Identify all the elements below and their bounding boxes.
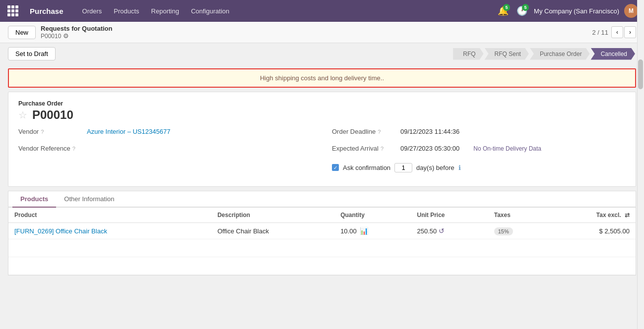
scroll-thumb[interactable] [638, 59, 643, 89]
subheader-left: New Requests for Quotation P00010 ⚙ [8, 25, 112, 40]
vendor-field: Vendor ? Azure Interior – US12345677 [18, 128, 312, 140]
empty-row-1 [8, 239, 636, 257]
ask-confirmation-checkbox[interactable] [332, 164, 339, 171]
vendor-label: Vendor ? [18, 128, 83, 135]
col-quantity: Quantity [334, 208, 411, 223]
notifications-button[interactable]: 🔔 5 [496, 4, 510, 18]
tabs-row: Products Other Information [8, 191, 636, 208]
order-deadline-field: Order Deadline ? 09/12/2023 11:44:36 [332, 128, 626, 140]
col-tax-excl: Tax excl. ⇄ [548, 208, 636, 223]
tax-badge[interactable]: 15% [494, 227, 513, 235]
activities-button[interactable]: 🕐 5 [515, 4, 529, 18]
app-grid-button[interactable] [6, 4, 20, 18]
breadcrumb-sub: P00010 ⚙ [41, 32, 112, 40]
notifications-badge: 5 [503, 4, 510, 11]
subheader: New Requests for Quotation P00010 ⚙ 2 / … [0, 22, 644, 43]
days-before-info-icon[interactable]: ℹ [458, 164, 461, 171]
form-right-column: Order Deadline ? 09/12/2023 11:44:36 Exp… [332, 128, 626, 178]
ask-confirmation-field: Ask confirmation 1 day(s) before ℹ [332, 162, 626, 173]
vendor-ref-field: Vendor Reference ? [18, 145, 312, 157]
warning-message: High shipping costs and long delivery ti… [260, 74, 384, 82]
status-pipeline: RFQ RFQ Sent Purchase Order Cancelled [453, 48, 636, 60]
table-body: [FURN_0269] Office Chair Black Office Ch… [8, 223, 636, 275]
cell-description: Office Chair Black [211, 223, 334, 239]
new-button[interactable]: New [8, 26, 36, 39]
nav-arrows: ‹ › [611, 26, 636, 38]
avatar-initials: M [629, 7, 634, 14]
product-link[interactable]: [FURN_0269] Office Chair Black [14, 227, 107, 235]
breadcrumb: Requests for Quotation P00010 ⚙ [41, 25, 112, 40]
no-delivery-text: No On-time Delivery Data [473, 145, 541, 152]
status-rfq[interactable]: RFQ [453, 48, 483, 60]
grid-icon [7, 5, 18, 16]
col-description: Description [211, 208, 334, 223]
action-bar: Set to Draft RFQ RFQ Sent Purchase Order… [0, 43, 644, 64]
reset-price-icon[interactable]: ↺ [439, 227, 445, 235]
company-name: My Company (San Francisco) [534, 7, 619, 15]
col-unit-price: Unit Price [411, 208, 488, 223]
app-brand: Purchase [30, 7, 64, 15]
favorite-star-icon[interactable]: ☆ [18, 109, 27, 121]
subheader-right: 2 / 11 ‹ › [592, 26, 636, 38]
column-adjust-icon[interactable]: ⇄ [625, 212, 630, 219]
nav-reporting[interactable]: Reporting [146, 5, 184, 17]
col-product: Product [8, 208, 211, 223]
prev-record-button[interactable]: ‹ [611, 26, 623, 38]
products-table: Product Description Quantity Unit Price … [8, 208, 636, 275]
cell-taxes: 15% [488, 223, 548, 239]
tab-other-information[interactable]: Other Information [56, 191, 122, 208]
scrollbar[interactable] [637, 0, 644, 329]
expected-arrival-label: Expected Arrival ? [332, 145, 396, 152]
confirmation-days-input[interactable]: 1 [394, 163, 412, 172]
form-title-section: Purchase Order ☆ P00010 [18, 100, 626, 122]
form-fields: Vendor ? Azure Interior – US12345677 Ven… [18, 128, 626, 178]
form-left-column: Vendor ? Azure Interior – US12345677 Ven… [18, 128, 312, 178]
form-section-label: Purchase Order [18, 100, 626, 107]
empty-row-2 [8, 257, 636, 275]
expected-arrival-field: Expected Arrival ? 09/27/2023 05:30:00 N… [332, 145, 626, 157]
quantity-value: 10.00 [340, 227, 357, 235]
quantity-chart-icon[interactable]: 📊 [360, 227, 368, 235]
actionbar-left: Set to Draft [8, 47, 56, 60]
table-row: [FURN_0269] Office Chair Black Office Ch… [8, 223, 636, 239]
vendor-help-icon[interactable]: ? [41, 129, 44, 135]
set-to-draft-button[interactable]: Set to Draft [8, 47, 56, 60]
vendor-value[interactable]: Azure Interior – US12345677 [87, 128, 170, 135]
table-header: Product Description Quantity Unit Price … [8, 208, 636, 223]
user-avatar[interactable]: M [624, 4, 638, 18]
nav-products[interactable]: Products [109, 5, 144, 17]
status-rfq-sent[interactable]: RFQ Sent [485, 48, 529, 60]
topnav-right: 🔔 5 🕐 5 My Company (San Francisco) M [496, 4, 638, 18]
topnav-menu: Orders Products Reporting Configuration [77, 5, 487, 17]
nav-configuration[interactable]: Configuration [186, 5, 234, 17]
breadcrumb-title: Requests for Quotation [41, 25, 112, 32]
status-purchase-order[interactable]: Purchase Order [530, 48, 590, 60]
order-id: P00010 [32, 108, 73, 122]
pagination-text: 2 / 11 [592, 29, 608, 36]
status-cancelled[interactable]: Cancelled [591, 48, 635, 60]
unit-price-value: 250.50 [417, 227, 437, 235]
days-before-label: day(s) before [416, 164, 454, 171]
products-table-container: Product Description Quantity Unit Price … [8, 208, 636, 275]
empty-cell-2 [8, 257, 636, 275]
order-deadline-value: 09/12/2023 11:44:36 [400, 128, 459, 135]
cell-quantity: 10.00 📊 [334, 223, 411, 239]
settings-gear-icon[interactable]: ⚙ [63, 32, 69, 40]
next-record-button[interactable]: › [624, 26, 636, 38]
cell-tax-excl: $ 2,505.00 [548, 223, 636, 239]
ask-confirmation-label: Ask confirmation [343, 164, 390, 171]
order-deadline-help-icon[interactable]: ? [378, 129, 381, 135]
tab-products[interactable]: Products [12, 191, 56, 208]
nav-orders[interactable]: Orders [77, 5, 107, 17]
activities-badge: 5 [522, 4, 529, 11]
expected-arrival-help-icon[interactable]: ? [381, 146, 384, 152]
vendor-ref-help-icon[interactable]: ? [72, 146, 75, 152]
top-navigation: Purchase Orders Products Reporting Confi… [0, 0, 644, 22]
order-id-breadcrumb: P00010 [41, 33, 61, 40]
main-form: Purchase Order ☆ P00010 Vendor ? Azure I… [8, 92, 636, 187]
col-taxes: Taxes [488, 208, 548, 223]
vendor-ref-label: Vendor Reference ? [18, 145, 83, 152]
quantity-cell: 10.00 📊 [340, 227, 405, 235]
expected-arrival-value: 09/27/2023 05:30:00 [400, 145, 459, 152]
cell-product: [FURN_0269] Office Chair Black [8, 223, 211, 239]
